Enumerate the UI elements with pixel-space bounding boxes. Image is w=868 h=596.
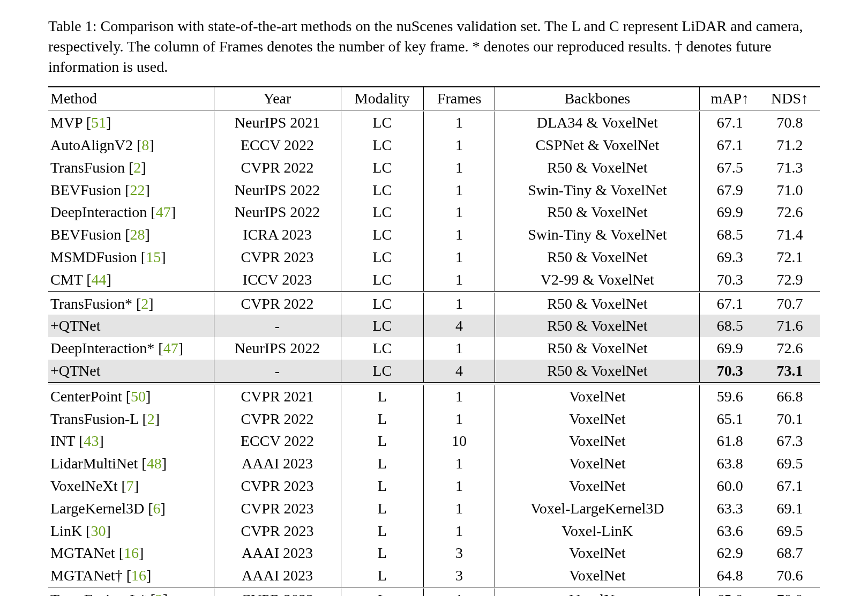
table-row: MGTANet† [16]AAAI 2023L3VoxelNet64.870.6 [48,564,820,587]
modality-cell: L [341,588,423,596]
modality-cell: LC [341,201,423,224]
frames-cell: 1 [423,293,495,315]
frames-cell: 3 [423,564,495,587]
col-backbones: Backbones [495,87,700,110]
table-row: +QTNet-LC4R50 & VoxelNet70.373.1 [48,360,820,382]
modality-cell: L [341,430,423,452]
frames-cell: 1 [423,157,495,179]
map-cell: 67.1 [700,293,760,315]
frames-cell: 10 [423,430,495,452]
table-row: BEVFusion [22]NeurIPS 2022LC1Swin-Tiny &… [48,179,820,202]
year-cell: ICCV 2023 [214,269,341,291]
method-cell: MGTANet [16] [48,542,214,564]
year-cell: CVPR 2022 [214,293,341,315]
year-cell: CVPR 2022 [214,157,341,179]
map-cell: 69.9 [700,201,760,224]
nds-cell: 70.7 [760,293,820,315]
frames-cell: 1 [423,224,495,246]
method-cell: TransFusion-L [2] [48,408,214,430]
map-cell: 62.9 [700,542,760,564]
nds-cell: 70.0 [760,588,820,596]
map-cell: 70.3 [700,360,760,382]
table-row: TransFusion* [2]CVPR 2022LC1R50 & VoxelN… [48,293,820,315]
modality-cell: L [341,475,423,497]
backbones-cell: Voxel-LinK [495,520,700,542]
map-cell: 63.8 [700,452,760,475]
nds-cell: 70.6 [760,564,820,587]
method-cell: MSMDFusion [15] [48,246,214,269]
backbones-cell: R50 & VoxelNet [495,246,700,269]
frames-cell: 1 [423,134,495,157]
table-row: LinK [30]CVPR 2023L1Voxel-LinK63.669.5 [48,520,820,542]
year-cell: AAAI 2023 [214,542,341,564]
backbones-cell: V2-99 & VoxelNet [495,269,700,291]
method-cell: BEVFusion [22] [48,179,214,202]
frames-cell: 1 [423,385,495,408]
map-cell: 67.1 [700,134,760,157]
method-cell: INT [43] [48,430,214,452]
method-cell: CMT [44] [48,269,214,291]
nds-cell: 69.1 [760,497,820,520]
nds-cell: 69.5 [760,452,820,475]
year-cell: NeurIPS 2021 [214,111,341,134]
modality-cell: LC [341,111,423,134]
table-row: DeepInteraction* [47]NeurIPS 2022LC1R50 … [48,337,820,360]
modality-cell: L [341,385,423,408]
method-cell: AutoAlignV2 [8] [48,134,214,157]
modality-cell: LC [341,269,423,291]
modality-cell: LC [341,246,423,269]
backbones-cell: VoxelNet [495,452,700,475]
modality-cell: L [341,542,423,564]
nds-cell: 68.7 [760,542,820,564]
map-cell: 64.8 [700,564,760,587]
results-table: Method Year Modality Frames Backbones mA… [48,86,820,596]
map-cell: 59.6 [700,385,760,408]
modality-cell: L [341,452,423,475]
table-caption: Table 1: Comparison with state-of-the-ar… [48,16,820,77]
method-cell: VoxelNeXt [7] [48,475,214,497]
table-row: MGTANet [16]AAAI 2023L3VoxelNet62.968.7 [48,542,820,564]
year-cell: AAAI 2023 [214,452,341,475]
backbones-cell: R50 & VoxelNet [495,315,700,337]
nds-cell: 71.4 [760,224,820,246]
table-row: MVP [51]NeurIPS 2021LC1DLA34 & VoxelNet6… [48,111,820,134]
backbones-cell: VoxelNet [495,588,700,596]
year-cell: CVPR 2022 [214,408,341,430]
nds-cell: 73.1 [760,360,820,382]
col-map: mAP↑ [700,87,760,110]
nds-cell: 71.0 [760,179,820,202]
modality-cell: LC [341,179,423,202]
backbones-cell: Voxel-LargeKernel3D [495,497,700,520]
map-cell: 61.8 [700,430,760,452]
backbones-cell: VoxelNet [495,408,700,430]
backbones-cell: R50 & VoxelNet [495,337,700,360]
col-year: Year [214,87,341,110]
nds-cell: 72.6 [760,201,820,224]
table-row: +QTNet-LC4R50 & VoxelNet68.571.6 [48,315,820,337]
nds-cell: 70.1 [760,408,820,430]
year-cell: CVPR 2022 [214,588,341,596]
method-cell: BEVFusion [28] [48,224,214,246]
method-cell: DeepInteraction [47] [48,201,214,224]
method-cell: TransFusion* [2] [48,293,214,315]
backbones-cell: VoxelNet [495,564,700,587]
backbones-cell: R50 & VoxelNet [495,293,700,315]
map-cell: 60.0 [700,475,760,497]
modality-cell: L [341,408,423,430]
modality-cell: L [341,520,423,542]
backbones-cell: Swin-Tiny & VoxelNet [495,224,700,246]
map-cell: 63.3 [700,497,760,520]
map-cell: 65.0 [700,588,760,596]
table-body: MVP [51]NeurIPS 2021LC1DLA34 & VoxelNet6… [48,110,820,596]
nds-cell: 67.3 [760,430,820,452]
frames-cell: 4 [423,315,495,337]
map-cell: 63.6 [700,520,760,542]
method-cell: LinK [30] [48,520,214,542]
map-cell: 67.5 [700,157,760,179]
year-cell: NeurIPS 2022 [214,337,341,360]
year-cell: NeurIPS 2022 [214,201,341,224]
nds-cell: 66.8 [760,385,820,408]
backbones-cell: VoxelNet [495,475,700,497]
backbones-cell: Swin-Tiny & VoxelNet [495,179,700,202]
frames-cell: 1 [423,246,495,269]
